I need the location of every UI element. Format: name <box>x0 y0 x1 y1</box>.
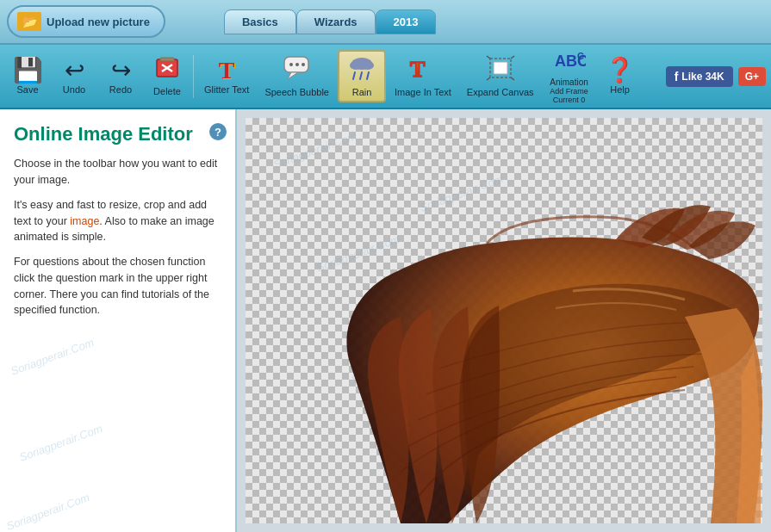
image-in-text-button[interactable]: T T T Image In Text <box>388 52 458 101</box>
rain-button[interactable]: Rain <box>338 50 386 102</box>
help-icon: ❓ <box>605 59 635 83</box>
sidebar-para2: It's easy and fast to resize, crop and a… <box>14 197 221 245</box>
rain-icon <box>346 55 377 85</box>
canvas-area[interactable]: Soriagperair.Com Soriagperair.Com Soriag… <box>237 109 771 532</box>
redo-button[interactable]: ↪ Redo <box>98 55 143 98</box>
svg-line-22 <box>511 56 514 59</box>
svg-point-5 <box>289 63 293 66</box>
delete-icon <box>153 56 181 84</box>
eagle-wing-image <box>314 136 762 523</box>
speech-bubble-icon <box>283 55 312 85</box>
sidebar: ? Online Image Editor Choose in the tool… <box>0 109 237 532</box>
svg-point-11 <box>362 61 374 70</box>
sidebar-title: Online Image Editor <box>14 123 221 145</box>
svg-text:C: C <box>577 51 584 61</box>
save-button[interactable]: 💾 Save <box>5 55 50 98</box>
undo-button[interactable]: ↩ Undo <box>52 55 96 98</box>
image-canvas: Soriagperair.Com Soriagperair.Com Soriag… <box>246 118 762 523</box>
upload-icon: 📂 <box>17 12 41 31</box>
svg-rect-3 <box>160 58 174 61</box>
redo-label: Redo <box>109 84 132 95</box>
sidebar-watermark-2: Soriagperair.Com <box>17 422 103 464</box>
svg-point-10 <box>350 61 362 70</box>
sidebar-help-button[interactable]: ? <box>209 123 227 140</box>
expand-canvas-icon <box>485 55 516 85</box>
glitter-text-button[interactable]: T Glitter Text <box>197 55 256 98</box>
gplus-label: G+ <box>745 71 759 83</box>
upload-label: Upload new picture <box>47 15 150 28</box>
facebook-like-button[interactable]: f Like 34K <box>666 66 733 87</box>
tab-navigation: Basics Wizards 2013 <box>224 9 437 34</box>
facebook-like-label: Like 34K <box>681 71 724 83</box>
tab-wizards[interactable]: Wizards <box>296 9 376 34</box>
facebook-icon: f <box>675 70 679 84</box>
rain-label: Rain <box>352 87 372 97</box>
animation-sub1: Add Frame <box>550 87 588 96</box>
animation-label: Animation <box>550 77 588 87</box>
help-label: Help <box>610 84 630 95</box>
undo-label: Undo <box>63 84 85 95</box>
glitter-text-label: Glitter Text <box>204 84 249 95</box>
image-in-text-label: Image In Text <box>395 87 451 97</box>
redo-icon: ↪ <box>111 59 131 83</box>
svg-line-14 <box>367 72 369 79</box>
tab-basics[interactable]: Basics <box>224 9 296 34</box>
help-button[interactable]: ❓ Help <box>598 55 643 98</box>
upload-button[interactable]: 📂 Upload new picture <box>7 5 165 38</box>
save-icon: 💾 <box>13 59 43 83</box>
svg-rect-20 <box>494 62 507 74</box>
expand-canvas-button[interactable]: Expand Canvas <box>460 52 541 101</box>
svg-point-6 <box>295 63 299 66</box>
svg-marker-8 <box>288 72 298 79</box>
glitter-text-icon: T <box>219 59 235 83</box>
tab-2013[interactable]: 2013 <box>376 9 437 34</box>
separator-1 <box>193 55 194 98</box>
svg-line-13 <box>360 72 362 79</box>
undo-icon: ↩ <box>65 59 84 83</box>
expand-canvas-label: Expand Canvas <box>467 87 534 97</box>
svg-line-24 <box>511 77 514 80</box>
animation-icon: ABC C <box>553 49 586 76</box>
svg-line-12 <box>353 72 355 79</box>
animation-sub2: Current 0 <box>553 96 586 104</box>
svg-text:T: T <box>410 57 425 81</box>
delete-button[interactable]: Delete <box>145 53 190 100</box>
save-label: Save <box>16 84 38 95</box>
google-plus-button[interactable]: G+ <box>738 67 766 86</box>
speech-bubble-label: Speech Bubble <box>264 87 329 97</box>
delete-label: Delete <box>153 86 181 96</box>
main-layout: ? Online Image Editor Choose in the tool… <box>0 109 771 532</box>
sidebar-watermark-1: Soriagperair.Com <box>9 336 95 378</box>
speech-bubble-button[interactable]: Speech Bubble <box>258 52 336 101</box>
svg-point-7 <box>302 63 305 66</box>
sidebar-para1: Choose in the toolbar how you want to ed… <box>14 156 221 189</box>
svg-line-21 <box>487 56 490 59</box>
top-bar: 📂 Upload new picture Basics Wizards 2013 <box>0 0 771 45</box>
toolbar: 💾 Save ↩ Undo ↪ Redo Delete T Glitter Te… <box>0 45 771 109</box>
animation-button[interactable]: ABC C Animation Add Frame Current 0 <box>543 46 596 108</box>
image-in-text-icon: T T T <box>407 55 438 85</box>
svg-line-23 <box>487 77 490 80</box>
sidebar-watermark-3: Soriagperair.Com <box>4 491 90 532</box>
social-buttons: f Like 34K G+ <box>666 66 766 87</box>
sidebar-para3: For questions about the chosen function … <box>14 254 221 319</box>
